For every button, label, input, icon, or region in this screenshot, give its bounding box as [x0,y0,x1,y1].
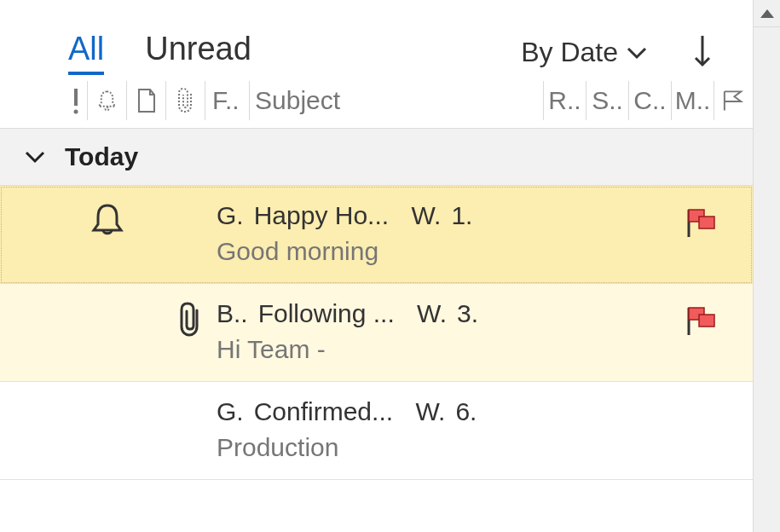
page-icon [136,88,158,113]
scroll-up-button[interactable] [754,0,780,27]
col-categories[interactable]: C.. [628,81,671,120]
attachment-cell [164,201,217,203]
flag-cell[interactable] [666,299,734,337]
message-list: G. Happy Ho... W. 1. Good morning B.. Fo… [0,186,753,480]
message-body: G. Confirmed... W. 6. Production [217,397,666,462]
chevron-down-icon [627,46,647,60]
column-headers: F.. Subject R.. S.. C.. M.. [0,80,753,128]
col-size[interactable]: S.. [586,81,628,120]
bell-icon [89,201,126,244]
size-text: 1. [451,201,472,230]
svg-point-3 [106,107,109,111]
paperclip-icon [177,301,203,342]
size-text: 3. [457,299,478,328]
from-text: G. [217,397,244,426]
mail-list-pane: All Unread By Date [0,0,780,532]
size-text: 6. [455,397,477,426]
col-mention[interactable]: M.. [671,81,714,120]
received-text: W. [410,299,447,328]
message-row[interactable]: G. Happy Ho... W. 1. Good morning [0,186,753,284]
subject-text: Happy Ho... [254,201,389,230]
from-text: G. [217,201,244,230]
col-subject[interactable]: Subject [249,81,543,120]
col-flag[interactable] [714,81,753,120]
col-importance[interactable] [65,81,87,120]
list-pane: All Unread By Date [0,0,753,532]
preview-text: Production [217,433,666,462]
paperclip-icon [176,87,196,114]
arrow-down-icon [693,34,712,68]
received-text: W. [408,397,445,426]
flag-cell[interactable] [666,201,734,239]
tab-all[interactable]: All [68,32,104,75]
group-label: Today [65,142,138,171]
importance-icon [72,87,80,114]
svg-rect-6 [699,217,714,228]
bell-icon [95,88,119,113]
received-text: W. [404,201,441,230]
message-body: G. Happy Ho... W. 1. Good morning [217,201,666,266]
subject-text: Following ... [258,299,395,328]
svg-point-2 [74,110,78,114]
subject-text: Confirmed... [254,397,393,426]
filter-tabs-row: All Unread By Date [0,0,753,75]
svg-marker-10 [760,9,774,18]
triangle-up-icon [760,9,775,19]
reminder-cell [19,201,164,244]
message-body: B.. Following ... W. 3. Hi Team - [217,299,666,364]
tab-unread[interactable]: Unread [145,32,251,75]
preview-text: Good morning [217,237,666,266]
flag-icon [680,205,719,239]
sort-by-date-dropdown[interactable]: By Date [521,37,647,75]
flag-outline-icon [721,89,746,113]
message-row[interactable]: G. Confirmed... W. 6. Production [0,382,753,480]
attachment-cell [164,397,217,399]
svg-rect-9 [699,315,714,327]
sort-direction-button[interactable] [688,34,729,75]
flag-icon [680,303,719,337]
col-from[interactable]: F.. [205,81,249,120]
chevron-down-icon [24,149,46,165]
col-reminder[interactable] [87,81,126,120]
col-received[interactable]: R.. [543,81,586,120]
from-text: B.. [217,299,248,328]
message-row[interactable]: B.. Following ... W. 3. Hi Team - [0,284,753,382]
preview-text: Hi Team - [217,335,666,364]
flag-cell[interactable] [666,397,734,401]
vertical-scrollbar[interactable] [753,0,780,532]
col-attachment[interactable] [165,81,205,120]
sort-label: By Date [521,37,618,68]
col-item-type[interactable] [126,81,165,120]
group-header-today[interactable]: Today [0,128,753,186]
attachment-cell [164,299,217,342]
